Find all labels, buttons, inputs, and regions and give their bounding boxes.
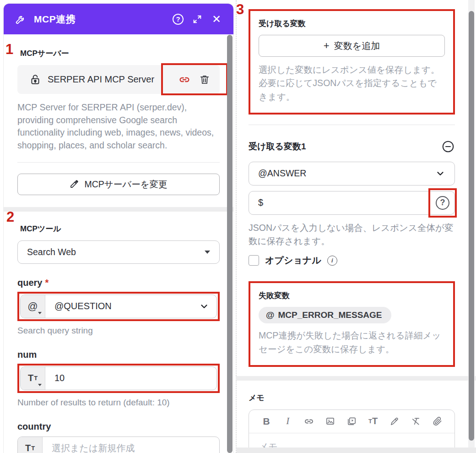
json-path-help-icon[interactable]: ? [436, 196, 449, 210]
query-input-row: @ @QUESTION [20, 295, 217, 318]
section-separator [236, 376, 476, 381]
attachment-icon[interactable] [432, 416, 443, 427]
right-scrollbar[interactable] [469, 11, 474, 441]
json-path-input-row: ? [249, 191, 455, 215]
country-input[interactable] [43, 437, 219, 453]
num-input-row: TT [20, 366, 217, 390]
required-asterisk: * [45, 278, 49, 288]
change-server-button-label: MCPサーバーを変更 [84, 178, 167, 191]
annotation-box-error-var: 失敗変数 @ MCP_ERROR_MESSAGE MCP連携が失敗した場合に返さ… [249, 281, 455, 367]
link-icon[interactable] [303, 416, 314, 427]
text-type-icon[interactable]: TT [21, 367, 45, 390]
settings-panel: 3 受け取る変数 + 変数を追加 選択した変数にレスポンス値を保存します。必要に… [236, 0, 476, 453]
lock-icon [29, 74, 41, 86]
annotation-number-1: 1 [5, 42, 13, 56]
image-icon[interactable] [325, 416, 336, 427]
variable-1-label: 受け取る変数1 [249, 141, 306, 153]
annotation-box-json-path-help: ? [428, 188, 457, 218]
json-path-input[interactable] [249, 191, 454, 214]
mcp-server-section-label: MCPサーバー [17, 48, 220, 59]
country-field-label: country [17, 421, 220, 432]
plus-icon: + [324, 40, 330, 52]
mcp-tool-section-label: MCPツール [17, 224, 220, 234]
annotation-box-query: @ @QUESTION [17, 292, 220, 321]
mcp-server-description: MCP Server for SERPER API (serper.dev), … [17, 101, 220, 152]
dialog-header: MCP連携 ? ✕ [4, 4, 233, 34]
mcp-server-name: SERPER API MCP Server [48, 74, 171, 85]
memo-editor: B I TT [249, 409, 455, 453]
expand-icon[interactable] [191, 13, 203, 25]
annotation-box-num: TT [17, 364, 220, 393]
highlighter-icon[interactable] [389, 416, 400, 427]
help-icon[interactable]: ? [172, 13, 184, 25]
left-scrollbar[interactable] [227, 35, 233, 453]
error-var-section-label: 失敗変数 [259, 290, 445, 301]
annotation-number-3: 3 [236, 2, 244, 16]
mcp-dialog: MCP連携 ? ✕ 1 MCPサーバー SERPER API MCP Serve… [4, 4, 233, 453]
annotation-number-2: 2 [6, 210, 14, 224]
divider [249, 125, 455, 125]
annotation-box-server-icons [161, 63, 228, 95]
receive-vars-section-label: 受け取る変数 [259, 18, 445, 29]
add-variable-button-label: 変数を追加 [334, 40, 380, 52]
change-server-button[interactable]: MCPサーバーを変更 [17, 174, 220, 195]
video-icon[interactable] [346, 416, 357, 427]
section-separator [4, 207, 233, 212]
error-variable-badge: @ MCP_ERROR_MESSAGE [259, 307, 391, 323]
dialog-title: MCP連携 [34, 13, 76, 26]
select-caret-icon [205, 251, 210, 254]
variable-type-icon[interactable]: @ [21, 295, 45, 318]
variable-name-select[interactable]: @ANSWER [249, 162, 455, 186]
memo-toolbar: B I TT [249, 410, 454, 433]
receive-vars-helper-text: 選択した変数にレスポンス値を保存します。必要に応じてJSONパスを指定することも… [259, 63, 445, 104]
query-value[interactable]: @QUESTION [45, 295, 199, 318]
mcp-server-row[interactable]: SERPER API MCP Server [17, 65, 220, 94]
bottom-edge-band [237, 448, 476, 453]
num-input[interactable] [45, 367, 216, 390]
divider [17, 162, 220, 163]
tool-select[interactable]: Search Web [17, 240, 220, 264]
add-variable-button[interactable]: + 変数を追加 [259, 35, 445, 57]
remove-variable-icon[interactable] [441, 140, 455, 153]
mcp-integration-screen: MCP連携 ? ✕ 1 MCPサーバー SERPER API MCP Serve… [0, 0, 476, 453]
optional-checkbox-label: オプショナル [265, 254, 321, 267]
at-icon: @ [266, 310, 275, 320]
annotation-box-receive-vars: 受け取る変数 + 変数を追加 選択した変数にレスポンス値を保存します。必要に応じ… [249, 9, 455, 115]
variable-name-value: @ANSWER [258, 168, 306, 179]
num-field-label: num [17, 349, 220, 360]
country-input-row: TT [17, 437, 220, 453]
wrench-icon [15, 13, 27, 25]
clear-formatting-icon[interactable] [410, 416, 421, 427]
info-icon[interactable]: i [327, 256, 337, 266]
pencil-icon [70, 180, 79, 189]
italic-icon[interactable]: I [282, 416, 293, 427]
json-path-helper-text: JSONパスを入力しない場合、レスポンス全体が変数に保存されます。 [249, 221, 455, 248]
memo-section-label: メモ [249, 393, 455, 403]
text-size-icon[interactable]: TT [368, 416, 379, 427]
error-variable-name: MCP_ERROR_MESSAGE [278, 310, 382, 320]
tool-select-value: Search Web [27, 247, 76, 257]
query-helper-text: Search query string [17, 326, 220, 336]
query-field-label: query* [17, 278, 220, 288]
num-helper-text: Number of results to return (default: 10… [17, 398, 220, 408]
text-type-icon[interactable]: TT [18, 437, 43, 453]
close-icon[interactable]: ✕ [211, 13, 222, 25]
optional-checkbox[interactable] [249, 255, 259, 266]
chevron-down-icon[interactable] [199, 301, 209, 311]
chevron-down-icon [435, 169, 445, 179]
bold-icon[interactable]: B [261, 416, 272, 427]
error-var-helper-text: MCP連携が失敗した場合に返される詳細メッセージをこの変数に保存します。 [259, 329, 445, 356]
